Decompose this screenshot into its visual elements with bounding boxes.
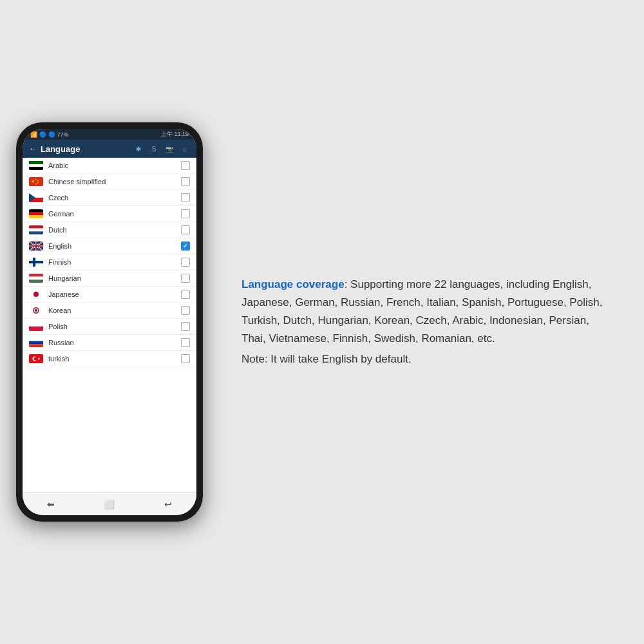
svg-rect-21 [29,229,43,232]
language-item-hungarian[interactable]: Hungarian [23,270,196,287]
language-item-arabic[interactable]: Arabic [23,158,196,174]
flag-chinese: ★★★★★ [29,177,43,186]
svg-rect-31 [29,245,43,247]
language-item-german[interactable]: German [23,206,196,222]
checkbox-hungarian[interactable] [181,274,190,283]
svg-rect-5 [29,161,43,164]
flag-russian [29,338,43,347]
flag-czech [29,193,43,202]
checkbox-korean[interactable] [181,306,190,315]
checkbox-german[interactable] [181,209,190,218]
back-icon[interactable]: ← [29,144,37,153]
flag-finnish [29,258,43,267]
flag-polish [29,322,43,331]
language-item-czech[interactable]: Czech [23,190,196,206]
back-button[interactable]: ↩ [164,499,172,509]
checkbox-english[interactable] [181,242,190,251]
svg-point-42 [35,309,37,312]
svg-rect-19 [29,215,43,218]
language-name-german: German [48,210,176,218]
note-text: Note: It will take English by default. [242,350,615,368]
nav-action-icons: ✱ S 📷 ⌂ [133,144,190,154]
status-bar-right: 上午 11:19 [161,130,189,138]
svg-rect-43 [29,322,43,327]
status-bar-left: 📶 🔵 🔵 77% [30,131,69,138]
svg-rect-36 [29,277,43,280]
home-button[interactable]: ⬜ [104,499,115,509]
info-panel: Language coverage: Supporting more 22 la… [229,269,628,375]
checkbox-czech[interactable] [181,193,190,202]
flag-hungarian [29,274,43,283]
flag-german [29,209,43,218]
signal-icon: 📶 [30,131,37,138]
bluetooth-nav-icon[interactable]: ✱ [133,144,144,154]
checkbox-polish[interactable] [181,322,190,331]
bottom-nav-bar: ⬅ ⬜ ↩ [23,492,196,515]
language-name-korean: Korean [48,307,176,314]
svg-rect-17 [29,209,43,213]
svg-rect-20 [29,225,43,229]
highlight-label: Language coverage [242,278,345,290]
language-item-chinese[interactable]: ★★★★★Chinese simplified [23,174,196,190]
flag-turkish [29,354,43,363]
language-item-polish[interactable]: Polish [23,319,196,335]
coverage-text: Language coverage: Supporting more 22 la… [242,276,615,348]
top-nav-bar: ← Language ✱ S 📷 ⌂ [23,140,196,158]
nav-title-area: ← Language [29,144,80,154]
svg-rect-34 [33,258,35,267]
language-name-japanese: Japanese [48,290,176,298]
language-item-english[interactable]: English [23,238,196,254]
settings-nav-icon[interactable]: S [149,144,159,154]
svg-rect-44 [29,327,43,331]
checkbox-japanese[interactable] [181,290,190,299]
svg-rect-22 [29,231,43,234]
language-item-russian[interactable]: Russian [23,335,196,351]
svg-rect-46 [29,341,43,345]
svg-rect-18 [29,213,43,216]
checkbox-finnish[interactable] [181,258,190,267]
language-item-dutch[interactable]: Dutch [23,222,196,238]
language-name-polish: Polish [48,323,176,330]
flag-korean [29,306,43,315]
language-item-finnish[interactable]: Finnish [23,254,196,270]
language-name-hungarian: Hungarian [48,274,176,282]
camera-nav-icon[interactable]: 📷 [164,144,175,154]
language-list: Arabic★★★★★Chinese simplifiedCzechGerman… [23,158,196,492]
time-display: 上午 11:19 [161,130,189,138]
bluetooth-icon: 🔵 [39,131,46,138]
main-container: 📶 🔵 🔵 77% 上午 11:19 ← Language ✱ S 📷 [16,122,628,522]
language-name-arabic: Arabic [48,162,176,169]
language-item-korean[interactable]: Korean [23,303,196,319]
phone-screen: 📶 🔵 🔵 77% 上午 11:19 ← Language ✱ S 📷 [23,129,196,515]
svg-rect-6 [29,164,43,167]
language-item-turkish[interactable]: turkish [23,351,196,367]
flag-arabic [29,161,43,170]
language-name-dutch: Dutch [48,226,176,234]
language-name-english: English [48,242,176,250]
home-nav-icon[interactable]: ⌂ [180,144,190,154]
language-name-turkish: turkish [48,355,176,363]
screen-title: Language [41,144,80,154]
checkbox-russian[interactable] [181,338,190,347]
language-name-russian: Russian [48,339,176,346]
checkbox-dutch[interactable] [181,225,190,234]
checkbox-turkish[interactable] [181,354,190,363]
status-bar: 📶 🔵 🔵 77% 上午 11:19 [23,129,196,140]
svg-point-50 [34,357,38,361]
svg-text:★: ★ [35,182,37,185]
recents-button[interactable]: ⬅ [47,499,55,509]
language-name-finnish: Finnish [48,258,176,266]
svg-rect-33 [29,261,43,263]
svg-rect-37 [29,279,43,283]
checkbox-arabic[interactable] [181,161,190,170]
svg-rect-7 [29,167,43,170]
svg-point-39 [33,292,39,297]
flag-english [29,242,43,251]
battery-text: 🔵 77% [48,131,69,138]
language-item-japanese[interactable]: Japanese [23,287,196,303]
svg-rect-47 [29,344,43,347]
svg-rect-45 [29,338,43,341]
phone-mockup: 📶 🔵 🔵 77% 上午 11:19 ← Language ✱ S 📷 [16,122,203,522]
checkbox-chinese[interactable] [181,177,190,186]
flag-japanese [29,290,43,299]
